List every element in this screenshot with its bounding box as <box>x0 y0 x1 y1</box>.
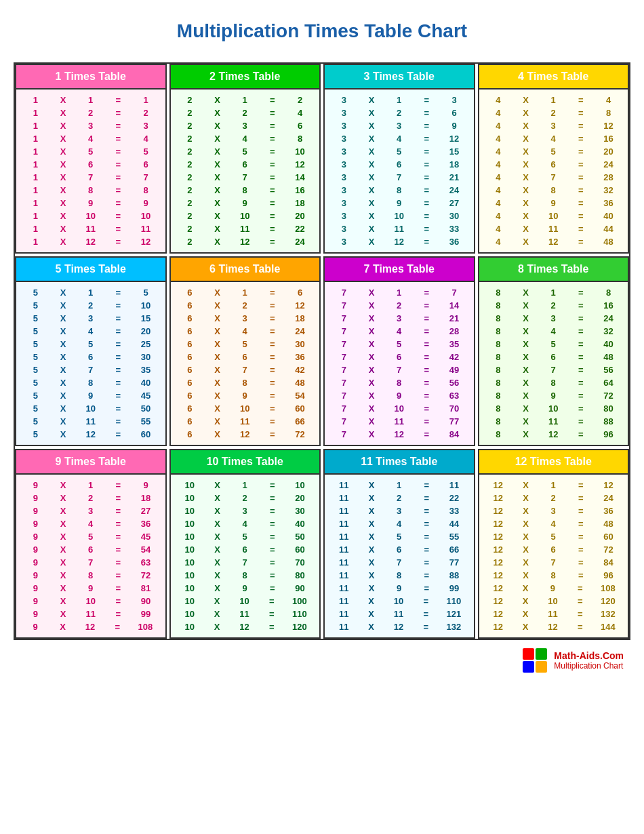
table-cell: 9 <box>28 544 42 555</box>
table-cell: X <box>211 198 224 208</box>
table-row: 8X10=80 <box>482 402 626 415</box>
table-row: 10X10=100 <box>174 595 317 608</box>
table-cell: 42 <box>447 352 461 362</box>
table-row: 9X1=9 <box>19 479 163 492</box>
table-cell: = <box>266 583 279 593</box>
table-cell: 60 <box>602 532 616 542</box>
table-cell: = <box>266 172 279 182</box>
table-row: 9X8=72 <box>19 569 163 582</box>
table-row: 3X12=36 <box>327 235 471 248</box>
table-cell: 8 <box>491 416 505 426</box>
table-cell: X <box>519 313 533 323</box>
table-cell: 5 <box>139 287 153 298</box>
table-body-2: 2X1=22X2=42X3=62X4=82X5=102X6=122X7=142X… <box>171 90 320 252</box>
table-cell: 42 <box>294 365 307 375</box>
table-cell: 72 <box>602 544 616 555</box>
table-body-3: 3X1=33X2=63X3=93X4=123X5=153X6=183X7=213… <box>325 90 474 252</box>
table-cell: 11 <box>546 416 560 426</box>
table-cell: = <box>420 237 433 247</box>
table-cell: X <box>56 365 70 375</box>
table-cell: 12 <box>491 519 505 529</box>
table-cell: 4 <box>491 237 505 247</box>
table-cell: 15 <box>447 146 461 157</box>
table-cell: X <box>56 287 70 298</box>
table-cell: 11 <box>546 224 560 234</box>
table-cell: 6 <box>183 403 197 414</box>
table-cell: 3 <box>337 159 350 170</box>
table-cell: = <box>111 95 125 105</box>
table-cell: 11 <box>238 416 251 426</box>
table-row: 9X11=99 <box>19 608 163 620</box>
table-cell: = <box>266 108 279 118</box>
table-cell: 60 <box>139 429 153 439</box>
table-cell: X <box>365 95 378 105</box>
table-cell: X <box>211 532 224 542</box>
table-cell: = <box>266 557 279 568</box>
table-cell: = <box>420 352 433 362</box>
table-cell: 2 <box>183 108 197 118</box>
table-cell: 4 <box>84 519 98 529</box>
table-cell: 55 <box>139 416 153 426</box>
table-cell: 45 <box>139 532 153 542</box>
table-cell: 5 <box>238 146 251 157</box>
table-cell: = <box>266 326 279 336</box>
table-cell: X <box>519 403 533 414</box>
table-cell: 1 <box>28 224 42 234</box>
table-cell: 4 <box>393 519 406 529</box>
table-cell: 5 <box>238 339 251 349</box>
table-cell: 1 <box>28 95 42 105</box>
table-row: 7X5=35 <box>327 338 471 351</box>
table-cell: = <box>111 339 125 349</box>
table-cell: 12 <box>491 493 505 503</box>
table-cell: 48 <box>294 378 307 388</box>
table-cell: 11 <box>546 609 559 619</box>
table-cell: 10 <box>183 609 197 619</box>
table-cell: = <box>111 506 125 516</box>
table-cell: X <box>519 365 533 375</box>
table-row: 7X3=21 <box>327 312 471 325</box>
table-cell: 14 <box>294 172 307 182</box>
table-cell: 50 <box>294 532 307 542</box>
table-cell: 10 <box>392 596 405 606</box>
table-cell: X <box>365 583 378 593</box>
table-cell: = <box>111 429 125 439</box>
table-cell: X <box>56 480 70 490</box>
table-row: 10X9=90 <box>174 582 317 595</box>
table-cell: 6 <box>84 352 98 362</box>
table-cell: 9 <box>139 198 153 208</box>
table-cell: = <box>420 519 433 529</box>
table-cell: 90 <box>294 583 307 593</box>
table-cell: = <box>574 237 588 247</box>
table-cell: 11 <box>393 224 406 234</box>
table-cell: 2 <box>294 95 307 105</box>
table-cell: X <box>365 159 378 170</box>
table-cell: 54 <box>139 544 153 555</box>
table-row: 9X3=27 <box>19 504 163 517</box>
table-cell: 22 <box>294 224 307 234</box>
table-row: 9X5=45 <box>19 530 163 543</box>
table-cell: 11 <box>337 570 350 580</box>
table-row: 4X10=40 <box>482 210 626 222</box>
table-cell: 72 <box>294 429 307 439</box>
table-cell: X <box>519 493 533 503</box>
table-cell: = <box>111 557 125 568</box>
table-cell: 7 <box>238 172 251 182</box>
table-cell: 27 <box>139 506 153 516</box>
table-cell: = <box>574 403 588 414</box>
table-cell: 7 <box>337 365 350 375</box>
table-cell: 4 <box>238 134 251 144</box>
table-row: 2X7=14 <box>174 171 317 184</box>
table-cell: 2 <box>183 211 197 221</box>
table-cell: 132 <box>601 609 616 619</box>
table-cell: X <box>211 159 224 170</box>
table-cell: 3 <box>238 506 251 516</box>
table-cell: 4 <box>238 519 251 529</box>
table-cell: 10 <box>84 211 98 221</box>
table-cell: = <box>574 480 588 490</box>
table-cell: 70 <box>294 557 307 568</box>
table-cell: = <box>574 198 588 208</box>
table-cell: 25 <box>139 339 153 349</box>
table-cell: 2 <box>183 134 197 144</box>
table-cell: X <box>519 416 533 426</box>
table-cell: X <box>210 609 224 619</box>
